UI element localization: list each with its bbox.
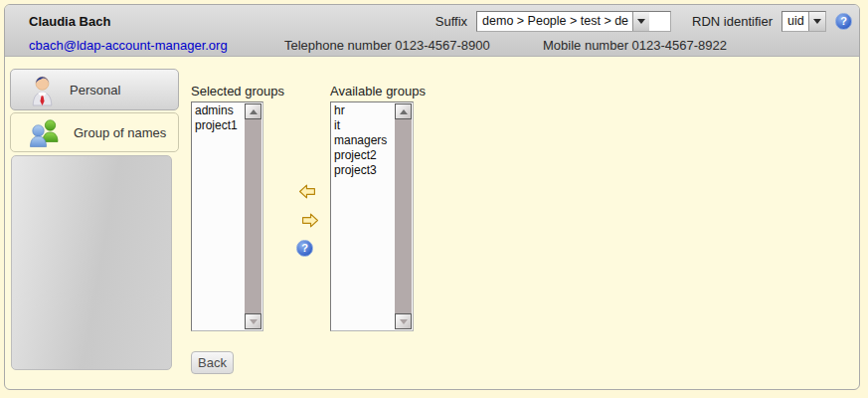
sidebar-item-label: Group of names — [74, 125, 166, 140]
header-controls: Suffix demo > People > test > de RDN ide… — [435, 10, 852, 32]
triangle-down-icon — [250, 319, 258, 324]
rdn-identifier-label: RDN identifier — [692, 14, 773, 29]
list-item[interactable]: hr — [334, 103, 396, 118]
page-title: Claudia Bach — [29, 14, 110, 29]
dropdown-arrow-icon — [632, 12, 649, 31]
back-button[interactable]: Back — [191, 351, 234, 374]
move-left-button[interactable] — [298, 183, 316, 200]
dropdown-arrow-icon — [808, 12, 825, 31]
list-item[interactable]: project3 — [334, 163, 396, 178]
list-item[interactable]: project2 — [334, 148, 396, 163]
scroll-up-button[interactable] — [245, 103, 261, 119]
mobile-number: Mobile number 0123-4567-8922 — [543, 38, 727, 53]
sidebar-item-label: Personal — [70, 83, 120, 98]
person-icon — [29, 74, 56, 106]
list-item[interactable]: it — [334, 118, 396, 133]
triangle-up-icon — [400, 109, 408, 114]
list-item[interactable]: managers — [334, 133, 396, 148]
available-groups-options: hritmanagersproject2project3 — [331, 102, 396, 330]
scrollbar[interactable] — [245, 103, 261, 329]
right-arrow-icon — [303, 214, 318, 227]
selected-groups-options: adminsproject1 — [192, 102, 246, 330]
suffix-label: Suffix — [435, 14, 467, 29]
help-icon[interactable]: ? — [296, 240, 313, 257]
scroll-down-button[interactable] — [245, 313, 261, 329]
telephone-number: Telephone number 0123-4567-8900 — [284, 38, 490, 53]
rdn-select-value: uid — [782, 12, 808, 31]
left-arrow-icon — [300, 185, 315, 198]
header: Claudia Bach Suffix demo > People > test… — [5, 5, 859, 57]
sidebar-panel — [11, 155, 172, 370]
suffix-select-value: demo > People > test > de — [477, 12, 632, 31]
triangle-down-icon — [400, 319, 408, 324]
rdn-identifier-select[interactable]: uid — [781, 11, 826, 32]
sidebar-item-personal[interactable]: Personal — [10, 69, 179, 110]
list-item[interactable]: admins — [195, 103, 246, 118]
triangle-up-icon — [250, 109, 258, 114]
selected-groups-label: Selected groups — [191, 84, 284, 99]
available-groups-listbox[interactable]: hritmanagersproject2project3 — [330, 101, 414, 331]
move-right-button[interactable] — [301, 212, 319, 229]
suffix-select[interactable]: demo > People > test > de — [476, 11, 671, 32]
selected-groups-listbox[interactable]: adminsproject1 — [191, 101, 263, 331]
list-item[interactable]: project1 — [195, 118, 246, 133]
help-icon[interactable]: ? — [835, 13, 852, 30]
sidebar-item-group-of-names[interactable]: Group of names — [10, 112, 179, 152]
scroll-up-button[interactable] — [395, 103, 412, 119]
email-link[interactable]: cbach@ldap-account-manager.org — [29, 38, 228, 53]
scroll-down-button[interactable] — [395, 313, 412, 329]
group-icon — [29, 118, 60, 147]
scrollbar[interactable] — [395, 103, 412, 329]
main-panel: Claudia Bach Suffix demo > People > test… — [4, 4, 860, 390]
available-groups-label: Available groups — [330, 84, 426, 99]
